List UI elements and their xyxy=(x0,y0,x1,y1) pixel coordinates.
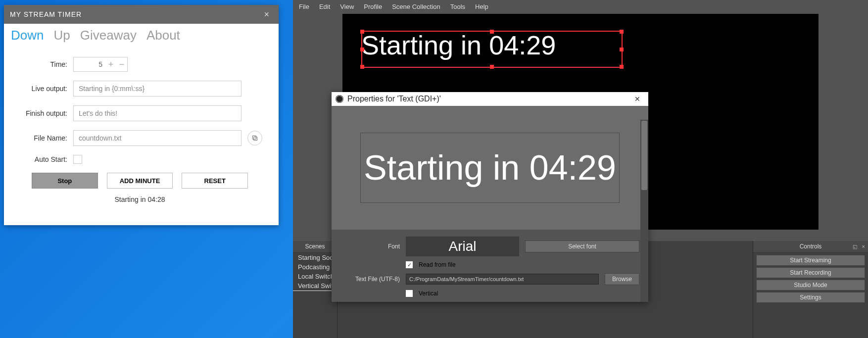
scenes-list: Starting Soo Podcasting Local Switch Ver… xyxy=(293,252,337,338)
minus-icon[interactable]: − xyxy=(116,59,127,70)
status-text: Starting in 04:28 xyxy=(13,195,267,203)
obs-logo-icon xyxy=(336,95,343,103)
properties-titlebar[interactable]: Properties for 'Text (GDI+)' ✕ xyxy=(332,92,648,106)
scene-item[interactable]: Vertical Swit xyxy=(293,281,337,291)
browse-button[interactable]: Browse xyxy=(605,273,639,285)
menu-scene-collection[interactable]: Scene Collection xyxy=(392,3,440,10)
finish-output-label: Finish output: xyxy=(13,109,67,117)
resize-handle-icon[interactable] xyxy=(490,30,494,34)
settings-button[interactable]: Settings xyxy=(756,292,865,303)
obs-menubar: File Edit View Profile Scene Collection … xyxy=(293,0,868,13)
menu-help[interactable]: Help xyxy=(475,3,488,10)
tab-down[interactable]: Down xyxy=(11,28,44,43)
resize-handle-icon[interactable] xyxy=(620,48,624,51)
text-file-label: Text File (UTF-8) xyxy=(340,276,400,283)
time-label: Time: xyxy=(13,60,67,68)
studio-mode-button[interactable]: Studio Mode xyxy=(756,280,865,290)
scenes-header[interactable]: Scenes xyxy=(293,241,337,252)
file-name-input[interactable] xyxy=(73,130,241,146)
vertical-checkbox[interactable] xyxy=(406,290,413,297)
properties-preview: Starting in 04:29 xyxy=(332,106,648,230)
menu-view[interactable]: View xyxy=(340,3,354,10)
properties-title: Properties for 'Text (GDI+)' xyxy=(347,95,441,103)
svg-rect-0 xyxy=(254,137,257,141)
menu-tools[interactable]: Tools xyxy=(450,3,465,10)
resize-handle-icon[interactable] xyxy=(360,65,364,69)
file-name-label: File Name: xyxy=(13,134,67,142)
text-file-input[interactable] xyxy=(406,274,599,285)
resize-handle-icon[interactable] xyxy=(360,48,364,51)
controls-list: Start Streaming Start Recording Studio M… xyxy=(753,252,868,338)
auto-start-label: Auto Start: xyxy=(13,155,67,163)
close-icon[interactable]: × xyxy=(862,243,865,249)
start-streaming-button[interactable]: Start Streaming xyxy=(756,255,865,266)
read-from-file-checkbox[interactable]: ✓ xyxy=(406,261,413,268)
selected-source-outline[interactable] xyxy=(361,31,623,68)
copy-icon[interactable] xyxy=(247,131,262,145)
auto-start-checkbox[interactable] xyxy=(73,155,82,164)
scenes-header-label: Scenes xyxy=(305,243,325,250)
resize-handle-icon[interactable] xyxy=(620,65,624,69)
stream-timer-form: Time: 5 + − Live output: Finish output: … xyxy=(4,48,279,203)
properties-body: Font Arial Select font ✓ Read from file … xyxy=(332,230,648,302)
read-from-file-label: Read from file xyxy=(419,261,456,268)
close-icon[interactable]: ✕ xyxy=(627,92,648,106)
time-stepper[interactable]: 5 + − xyxy=(73,57,128,72)
popout-icon[interactable]: ◱ xyxy=(853,244,857,249)
menu-file[interactable]: File xyxy=(299,3,309,10)
resize-handle-icon[interactable] xyxy=(620,30,624,34)
vertical-label: Vertical xyxy=(419,290,438,297)
controls-dock: Controls ◱ × Start Streaming Start Recor… xyxy=(753,241,868,338)
stream-timer-window: MY STREAM TIMER × Down Up Giveaway About… xyxy=(4,5,279,225)
time-value: 5 xyxy=(74,60,105,68)
select-font-button[interactable]: Select font xyxy=(525,241,639,252)
menu-edit[interactable]: Edit xyxy=(319,3,330,10)
reset-button[interactable]: RESET xyxy=(182,173,248,189)
stream-timer-titlebar[interactable]: MY STREAM TIMER × xyxy=(4,5,279,24)
properties-dialog: Properties for 'Text (GDI+)' ✕ Starting … xyxy=(332,92,648,302)
scene-item[interactable]: Starting Soo xyxy=(293,253,337,262)
live-output-label: Live output: xyxy=(13,85,67,93)
finish-output-input[interactable] xyxy=(73,105,241,121)
add-minute-button[interactable]: ADD MINUTE xyxy=(107,173,173,189)
start-recording-button[interactable]: Start Recording xyxy=(756,267,865,278)
dialog-scrollbar[interactable] xyxy=(640,120,648,302)
tab-giveaway[interactable]: Giveaway xyxy=(80,28,137,43)
font-label: Font xyxy=(340,243,400,250)
scene-item[interactable]: Podcasting xyxy=(293,262,337,272)
resize-handle-icon[interactable] xyxy=(360,30,364,34)
close-icon[interactable]: × xyxy=(261,9,273,20)
svg-rect-1 xyxy=(252,136,256,139)
scene-item[interactable]: Local Switch xyxy=(293,272,337,281)
controls-header[interactable]: Controls ◱ × xyxy=(753,241,868,252)
stop-button[interactable]: Stop xyxy=(32,173,98,189)
tab-about[interactable]: About xyxy=(146,28,180,43)
properties-preview-text: Starting in 04:29 xyxy=(360,133,620,203)
live-output-input[interactable] xyxy=(73,81,241,97)
tab-up[interactable]: Up xyxy=(53,28,70,43)
plus-icon[interactable]: + xyxy=(105,59,116,70)
scrollbar-thumb[interactable] xyxy=(641,121,647,190)
font-display: Arial xyxy=(406,237,519,256)
resize-handle-icon[interactable] xyxy=(490,65,494,69)
scenes-dock: Scenes Starting Soo Podcasting Local Swi… xyxy=(293,241,338,338)
stream-timer-tabs: Down Up Giveaway About xyxy=(4,24,279,48)
stream-timer-title: MY STREAM TIMER xyxy=(10,10,82,18)
controls-header-label: Controls xyxy=(800,243,822,250)
menu-profile[interactable]: Profile xyxy=(364,3,382,10)
